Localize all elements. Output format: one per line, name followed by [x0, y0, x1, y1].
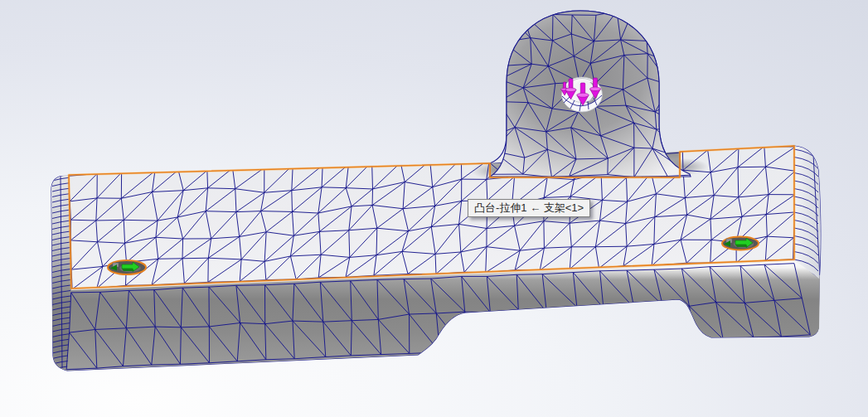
fixture-symbols-left[interactable] — [108, 260, 146, 274]
fixture-symbols-right[interactable] — [722, 237, 759, 250]
model-view[interactable] — [0, 0, 868, 417]
feature-tooltip: 凸台-拉伸1 ← 支架<1> — [468, 199, 590, 217]
graphics-area[interactable]: 凸台-拉伸1 ← 支架<1> — [0, 0, 868, 417]
